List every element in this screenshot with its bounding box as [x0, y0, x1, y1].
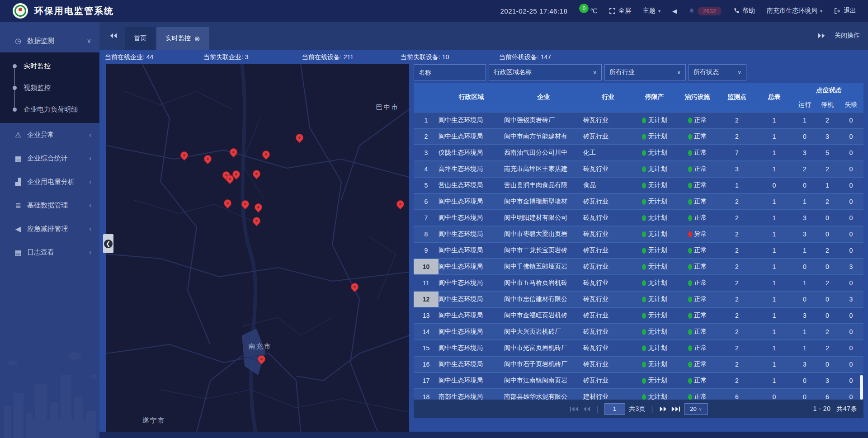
double-chevron-right-icon — [817, 33, 826, 39]
col-header: 行业 — [583, 83, 633, 112]
tabs-scroll-right-button[interactable] — [817, 33, 826, 39]
sidebar-subitem[interactable]: 视频监控 — [0, 77, 99, 99]
close-operations-button[interactable]: 关闭操作 — [835, 32, 860, 40]
table-row[interactable]: 17阆中生态环境局阆中市江南镇阆南页岩砖瓦行业无计划正常21030 — [414, 372, 863, 388]
fullscreen-button[interactable]: 全屏 — [609, 7, 631, 15]
name-filter[interactable] — [414, 64, 486, 80]
cell-industry: 砖瓦行业 — [583, 292, 633, 307]
first-page-button[interactable] — [569, 406, 578, 412]
stats-bar: 当前在线企业: 44当前失联企业: 3当前在线设备: 211当前失联设备: 10… — [99, 50, 868, 64]
cell-industry: 砖瓦行业 — [583, 161, 633, 177]
table-row[interactable]: 7阆中生态环境局阆中明阳建材有限公司砖瓦行业无计划正常21300 — [414, 209, 863, 226]
table-row[interactable]: 8阆中生态环境局阆中市枣碧大梁山页岩砖瓦行业无计划异常21300 — [414, 226, 863, 242]
table-row[interactable]: 3仪陇生态环境局西南油气田分公司川中化工无计划正常71350 — [414, 144, 863, 160]
tab-实时监控[interactable]: 实时监控⊗ — [156, 27, 209, 50]
cell-company: 营山县润丰肉食品有限 — [504, 178, 583, 193]
sidebar-item-section[interactable]: ≣基础数据管理‹ — [0, 193, 99, 217]
sidebar-item-section[interactable]: ▦企业综合统计‹ — [0, 146, 99, 170]
cell-plan-status: 无计划 — [633, 357, 676, 372]
page-size-select[interactable]: 20 ∨ — [684, 403, 708, 415]
cell-stop-count: 3 — [816, 373, 839, 388]
table-row[interactable]: 2阆中生态环境局阆中市南方节能建材有砖瓦行业无计划正常21030 — [414, 128, 863, 144]
table-row[interactable]: 11阆中生态环境局阆中市五马桥页岩机砖砖瓦行业无计划正常21120 — [414, 274, 863, 291]
sidebar-item-section[interactable]: ◀应急减排管理‹ — [0, 217, 99, 240]
table-row[interactable]: 12阆中生态环境局阆中市忠信建材有限公砖瓦行业无计划正常21003 — [414, 291, 863, 307]
table-row[interactable]: 15阆中生态环境局阆中市光富页岩机砖厂砖瓦行业无计划正常21120 — [414, 339, 863, 356]
prev-page-button[interactable] — [582, 406, 590, 412]
cell-plan-status: 无计划 — [633, 243, 676, 258]
cell-facility-status: 正常 — [676, 178, 719, 193]
cell-run-count: 1 — [793, 275, 816, 291]
cell-total-meter: 1 — [755, 194, 793, 209]
cell-monitor-count: 1 — [719, 178, 755, 193]
row-index: 16 — [414, 357, 439, 372]
scrollbar-thumb[interactable] — [860, 375, 863, 400]
map-collapse-button[interactable]: ❮ — [103, 234, 113, 253]
cell-total-meter: 1 — [755, 275, 793, 291]
group-sub-headers: 运行 停机 失联 — [793, 98, 863, 112]
facility-status-label: 正常 — [694, 263, 707, 271]
cell-run-count: 0 — [793, 292, 816, 307]
help-button[interactable]: 帮助 — [733, 7, 755, 15]
region-filter-select[interactable]: 行政区域名称 ∨ — [489, 64, 602, 80]
next-page-button[interactable] — [659, 406, 667, 412]
sidebar-item-section[interactable]: ⚠企业异常‹ — [0, 123, 99, 146]
app-header: 环保用电监管系统 2021-02-25 17:46:18 0 ℃ 全屏 主题 ▾… — [0, 0, 868, 22]
sidebar-item-section[interactable]: ▤日志查看‹ — [0, 240, 99, 264]
exit-button[interactable]: 退出 — [834, 7, 856, 15]
cell-plan-status: 无计划 — [633, 113, 676, 128]
map-city-label: 巴中市 — [376, 103, 399, 112]
table-row[interactable]: 10阆中生态环境局阆中千佛镇五郎垭页岩砖瓦行业无计划正常21003 — [414, 258, 863, 274]
status-filter-select[interactable]: 所有状态 ∨ — [689, 64, 746, 80]
status-dot-icon — [688, 280, 692, 286]
status-dot-icon — [642, 297, 646, 302]
cell-total-meter: 1 — [755, 129, 793, 144]
stat-item: 当前停机设备: 147 — [499, 53, 598, 61]
name-filter-input[interactable] — [419, 69, 481, 76]
cell-stop-count: 2 — [816, 161, 839, 177]
sidebar-item-section[interactable]: ▟企业用电量分析‹ — [0, 170, 99, 193]
speaker-button[interactable]: ◀ — [672, 8, 677, 14]
user-dropdown[interactable]: 南充市生态环境局 ▾ — [767, 7, 822, 15]
plan-status-label: 无计划 — [648, 360, 667, 368]
theme-dropdown[interactable]: 主题 ▾ — [643, 7, 660, 15]
page-number-input[interactable]: 1 — [604, 403, 625, 415]
cell-run-count: 3 — [793, 357, 816, 372]
notification-area[interactable]: 2632 — [689, 7, 722, 15]
main-area: 首页实时监控⊗ 关闭操作 当前在线企业: 44当前失联企业: 3当前在线设备: … — [99, 22, 868, 438]
sidebar-item-data-monitor[interactable]: ◷数据监测∨ — [0, 29, 99, 52]
table-row[interactable]: 4高坪生态环境局南充市高坪区王家店建砖瓦行业无计划正常31220 — [414, 160, 863, 177]
map-panel[interactable]: 巴中市南充市遂宁市 ❮ — [106, 64, 409, 432]
cell-run-count: 3 — [793, 145, 816, 160]
table-row[interactable]: 5营山生态环境局营山县润丰肉食品有限食品无计划正常10010 — [414, 177, 863, 193]
facility-status-label: 正常 — [694, 116, 707, 124]
table-row[interactable]: 14阆中生态环境局阆中大兴页岩机砖厂砖瓦行业无计划正常21120 — [414, 323, 863, 339]
sidebar-subitem[interactable]: 企业电力负荷明细 — [0, 99, 99, 120]
header-right: 2021-02-25 17:46:18 0 ℃ 全屏 主题 ▾ ◀ 2632 — [500, 7, 868, 15]
industry-filter-select[interactable]: 所有行业 ∨ — [604, 64, 686, 80]
tabs-scroll-left-button[interactable] — [99, 22, 125, 50]
pagination-summary: 1 - 20 共47条 — [813, 405, 857, 413]
cell-monitor-count: 2 — [719, 357, 755, 372]
cell-plan-status: 无计划 — [633, 194, 676, 209]
tabs: 首页实时监控⊗ — [125, 27, 209, 50]
tab-首页[interactable]: 首页 — [125, 27, 156, 50]
cell-region: 阆中生态环境局 — [439, 324, 504, 339]
cell-industry: 砖瓦行业 — [583, 373, 633, 388]
cell-plan-status: 无计划 — [633, 178, 676, 193]
cell-run-count: 1 — [793, 243, 816, 258]
facility-status-label: 正常 — [694, 393, 707, 400]
sidebar-subitem[interactable]: 实时监控 — [0, 55, 99, 77]
table-row[interactable]: 9阆中生态环境局阆中市二龙长宝页岩砖砖瓦行业无计划正常21120 — [414, 242, 863, 258]
last-page-button[interactable] — [671, 406, 680, 412]
cell-facility-status: 正常 — [676, 357, 719, 372]
table-row[interactable]: 16阆中生态环境局阆中市石子页岩机砖厂砖瓦行业无计划正常21300 — [414, 356, 863, 372]
table-row[interactable]: 18南部生态环境局南部县雄华水泥有限公建材行业无计划正常60060 — [414, 388, 863, 400]
cell-facility-status: 正常 — [676, 340, 719, 356]
table-row[interactable]: 6阆中生态环境局阆中市金博瑞新型墙材砖瓦行业无计划正常21120 — [414, 193, 863, 209]
status-dot-icon — [642, 118, 646, 123]
chevron-down-icon: ∨ — [699, 406, 702, 411]
table-row[interactable]: 1阆中生态环境局阆中强锐页岩砖厂砖瓦行业无计划正常21120 — [414, 112, 863, 128]
tab-close-icon[interactable]: ⊗ — [194, 35, 200, 42]
table-row[interactable]: 13阆中生态环境局阆中市金福旺页岩机砖砖瓦行业无计划正常21300 — [414, 307, 863, 323]
